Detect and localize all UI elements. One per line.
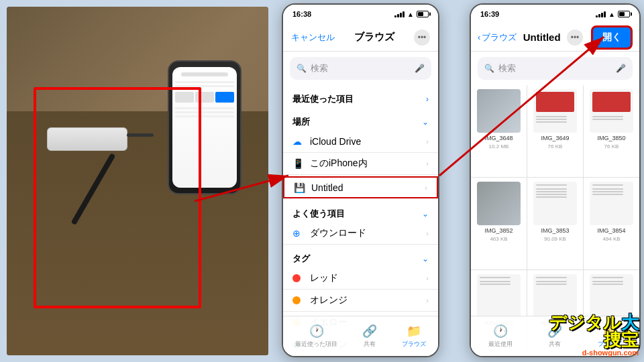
file-name-1: IMG_3648 <box>484 135 513 141</box>
list-item-untitled[interactable]: 💾 Untitled › <box>283 176 438 199</box>
signal-bar <box>604 11 606 17</box>
photo-area <box>7 7 268 355</box>
file-thumb-2 <box>533 89 577 133</box>
file-size-4: 463 KB <box>490 236 507 242</box>
status-time-2: 16:39 <box>480 10 499 18</box>
watermark-title-2: 捜宝 <box>604 331 639 349</box>
back-label: ブラウズ <box>482 32 517 44</box>
search-bar-1[interactable]: 🔍 検索 🎤 <box>290 57 431 80</box>
file-size-3: 76 KB <box>604 143 619 149</box>
tab-shared-icon-1: 🔗 <box>362 324 377 339</box>
mic-icon-2[interactable]: 🎤 <box>616 64 626 73</box>
list-item-downloads[interactable]: ⊕ ダウンロード › <box>283 223 438 245</box>
tab-browse-icon-1: 📁 <box>407 324 421 339</box>
file-size-5: 90.09 KB <box>544 236 566 242</box>
file-doc-9 <box>590 274 633 318</box>
iphone-label: このiPhone内 <box>310 158 426 170</box>
section-chevron-tags[interactable]: ⌄ <box>422 254 429 263</box>
usb-icon: 💾 <box>294 182 305 193</box>
tab-recent-label-2: 最近使用 <box>488 340 513 349</box>
signal-bar <box>596 15 598 17</box>
file-cell-1[interactable]: IMG_3648 10.2 MB <box>471 85 527 177</box>
back-button[interactable]: ‹ ブラウズ <box>478 32 517 44</box>
cancel-button[interactable]: キャンセル <box>291 32 335 44</box>
section-places: 場所 ⌄ <box>283 108 438 131</box>
iphone-icon: 📱 <box>292 158 304 169</box>
file-cell-3[interactable]: IMG_3850 76 KB <box>584 85 639 177</box>
file-cell-4[interactable]: IMG_3852 463 KB <box>471 178 527 269</box>
file-name-5: IMG_3853 <box>541 227 569 234</box>
more-button-2[interactable]: ••• <box>567 29 583 46</box>
tab-recent-icon-2: 🕐 <box>493 324 508 339</box>
section-chevron-places[interactable]: ⌄ <box>422 117 429 127</box>
file-cell-6[interactable]: IMG_3854 494 KB <box>584 178 639 269</box>
tab-recent-1[interactable]: 🕐 最近使った項目 <box>295 324 337 349</box>
file-thumb-5 <box>533 182 577 225</box>
downloads-icon: ⊕ <box>292 228 301 239</box>
iphone-panel-untitled: 16:39 ▲ ‹ ブラウズ Untitled ••• <box>470 3 641 357</box>
tab-shared-1[interactable]: 🔗 共有 <box>362 324 377 349</box>
section-chevron-favorites[interactable]: ⌄ <box>422 209 429 219</box>
file-cell-2[interactable]: IMG_3649 76 KB <box>527 85 583 177</box>
mic-icon-1[interactable]: 🎤 <box>415 64 425 73</box>
list-item-tag-red[interactable]: レッド › <box>283 267 438 290</box>
status-right-2: ▲ <box>596 11 630 18</box>
file-name-2: IMG_3649 <box>541 135 569 141</box>
battery-fill <box>418 12 423 16</box>
file-doc-6 <box>590 182 633 225</box>
more-button-1[interactable]: ••• <box>414 29 430 46</box>
wifi-icon-2: ▲ <box>608 11 615 18</box>
file-name-3: IMG_3850 <box>597 135 625 141</box>
list-item-tag-orange[interactable]: オレンジ › <box>283 290 438 312</box>
watermark-title: デジタル大 <box>549 314 639 331</box>
signal-bars-2 <box>596 11 606 17</box>
downloads-chevron: › <box>426 229 429 237</box>
battery-icon <box>417 11 429 17</box>
section-chevron-recent[interactable]: › <box>426 95 429 104</box>
search-bar-2[interactable]: 🔍 検索 🎤 <box>478 57 633 80</box>
file-cell-5[interactable]: IMG_3853 90.09 KB <box>527 178 583 269</box>
tag-orange-chevron: › <box>426 296 429 304</box>
nav-title-1: ブラウズ <box>354 31 394 44</box>
signal-bar <box>397 14 399 17</box>
status-bar-1: 16:38 ▲ <box>283 5 438 23</box>
search-icon-1: 🔍 <box>297 64 307 73</box>
tab-recent-2[interactable]: 🕐 最近使用 <box>488 324 513 349</box>
untitled-chevron: › <box>425 184 427 192</box>
usb-hub <box>47 127 127 151</box>
back-chevron: ‹ <box>478 32 480 42</box>
list-item-iphone[interactable]: 📱 このiPhone内 › <box>283 153 438 175</box>
file-doc-7 <box>477 274 521 318</box>
section-title-favorites: よく使う項目 <box>292 208 345 220</box>
nav-bar-1: キャンセル ブラウズ ••• <box>283 23 438 52</box>
untitled-label: Untitled <box>311 182 425 193</box>
icloud-chevron: › <box>426 137 429 145</box>
wifi-icon: ▲ <box>407 11 414 18</box>
iphone-chevron: › <box>426 160 429 168</box>
list-item-icloud[interactable]: ☁ iCloud Drive › <box>283 131 438 153</box>
search-placeholder-2: 検索 <box>498 62 612 74</box>
icloud-label: iCloud Drive <box>310 136 426 147</box>
status-time-1: 16:38 <box>292 10 311 18</box>
signal-bar <box>394 15 396 17</box>
tab-browse-1[interactable]: 📁 ブラウズ <box>402 324 426 349</box>
signal-bar <box>402 11 405 17</box>
photo-bg <box>7 7 268 355</box>
search-placeholder-1: 検索 <box>311 62 411 74</box>
open-button[interactable]: 開く <box>591 25 633 50</box>
file-thumb-4 <box>477 182 521 225</box>
section-title-tags: タグ <box>292 253 310 265</box>
tab-recent-label-1: 最近使った項目 <box>295 340 337 349</box>
section-recent: 最近使った項目 › <box>283 85 438 108</box>
tab-recent-icon-1: 🕐 <box>309 324 324 339</box>
file-thumb-6 <box>590 182 633 225</box>
phone-screen <box>172 67 237 188</box>
file-name-6: IMG_3854 <box>597 227 625 234</box>
file-size-6: 494 KB <box>602 236 620 242</box>
file-name-4: IMG_3852 <box>484 227 513 234</box>
tag-red-chevron: › <box>426 274 429 282</box>
tag-dot-orange <box>292 296 301 304</box>
tag-dot-red <box>292 274 301 282</box>
phone-photo <box>168 60 241 194</box>
section-title-recent: 最近使った項目 <box>292 93 354 105</box>
